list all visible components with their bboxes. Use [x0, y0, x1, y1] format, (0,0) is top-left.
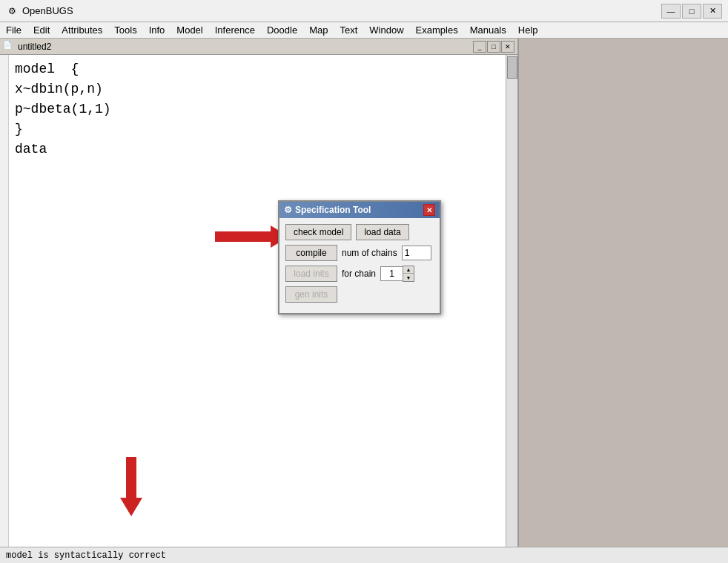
spinner-up-button[interactable]: ▲ — [403, 266, 414, 274]
menu-map[interactable]: Map — [303, 22, 334, 38]
close-button[interactable]: ✕ — [703, 4, 722, 19]
menu-manuals[interactable]: Manuals — [464, 22, 512, 38]
app-title: OpenBUGS — [22, 5, 661, 16]
maximize-button[interactable]: □ — [682, 4, 701, 19]
scrollbar-thumb[interactable] — [507, 56, 517, 79]
dialog-title-bar: ⚙ Specification Tool ✕ — [279, 202, 440, 218]
num-chains-label: num of chains — [342, 248, 397, 258]
menu-info[interactable]: Info — [143, 22, 171, 38]
for-chain-spinner: ▲ ▼ — [380, 266, 414, 282]
menu-file[interactable]: File — [0, 22, 27, 38]
menu-examples[interactable]: Examples — [410, 22, 464, 38]
doc-minimize-button[interactable]: _ — [473, 41, 486, 53]
menu-window[interactable]: Window — [363, 22, 409, 38]
menu-tools[interactable]: Tools — [108, 22, 142, 38]
menu-doodle[interactable]: Doodle — [261, 22, 303, 38]
load-data-button[interactable]: load data — [356, 224, 408, 240]
minimize-button[interactable]: — — [661, 4, 681, 19]
doc-title-bar: 📄 untitled2 _ □ ✕ — [0, 39, 517, 55]
doc-controls: _ □ ✕ — [473, 41, 514, 53]
doc-close-button[interactable]: ✕ — [501, 41, 514, 53]
menu-attributes[interactable]: Attributes — [56, 22, 108, 38]
dialog-row-1: check model load data — [285, 224, 434, 240]
menu-help[interactable]: Help — [512, 22, 544, 38]
dialog-icon: ⚙ — [284, 205, 292, 215]
vertical-scrollbar[interactable] — [506, 55, 517, 551]
compile-button[interactable]: compile — [285, 245, 337, 261]
menu-text[interactable]: Text — [334, 22, 363, 38]
menu-bar: File Edit Attributes Tools Info Model In… — [0, 22, 728, 39]
num-chains-input[interactable] — [402, 246, 431, 260]
for-chain-input[interactable] — [380, 266, 403, 281]
title-bar: ⚙ OpenBUGS — □ ✕ — [0, 0, 728, 22]
title-bar-controls: — □ ✕ — [661, 4, 722, 19]
doc-title: untitled2 — [18, 42, 473, 52]
gen-inits-button[interactable]: gen inits — [285, 286, 337, 303]
dialog-row-4: gen inits — [285, 286, 434, 303]
app-icon: ⚙ — [6, 5, 18, 17]
doc-window: 📄 untitled2 _ □ ✕ model { x~dbin(p,n) p~… — [0, 39, 519, 563]
line-numbers — [0, 55, 9, 551]
status-message: model is syntactically correct — [6, 550, 166, 561]
dialog-row-2: compile num of chains — [285, 245, 434, 261]
dialog-close-button[interactable]: ✕ — [423, 204, 435, 216]
specification-tool-dialog: ⚙ Specification Tool ✕ check model load … — [278, 200, 441, 315]
spinner-down-button[interactable]: ▼ — [403, 274, 414, 281]
dialog-body: check model load data compile num of cha… — [279, 218, 440, 313]
dialog-title-text: Specification Tool — [295, 205, 423, 215]
status-bar: model is syntactically correct — [0, 547, 728, 563]
menu-inference[interactable]: Inference — [209, 22, 261, 38]
spinner-buttons: ▲ ▼ — [403, 266, 414, 282]
doc-icon: 📄 — [3, 41, 15, 53]
check-model-button[interactable]: check model — [285, 224, 351, 240]
doc-maximize-button[interactable]: □ — [487, 41, 500, 53]
menu-model[interactable]: Model — [171, 22, 208, 38]
dialog-row-3: load inits for chain ▲ ▼ — [285, 266, 434, 282]
right-panel — [519, 39, 728, 563]
load-inits-button[interactable]: load inits — [285, 266, 337, 282]
for-chain-label: for chain — [342, 269, 376, 279]
menu-edit[interactable]: Edit — [27, 22, 56, 38]
